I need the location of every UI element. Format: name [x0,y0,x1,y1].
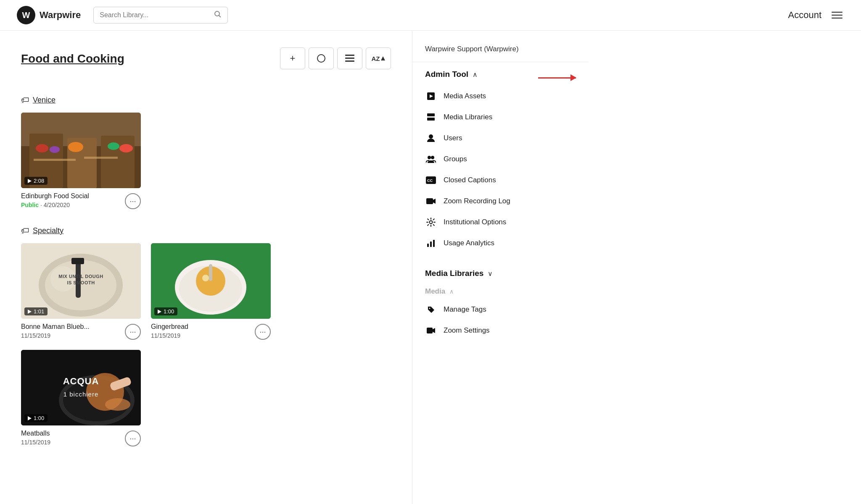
zoom-recording-label: Zoom Recording Log [444,197,510,205]
hamburger-menu[interactable] [830,10,844,20]
groups-label: Groups [444,155,467,163]
sidebar-item-media-assets[interactable]: Media Assets [425,86,576,107]
sidebar-item-zoom-settings[interactable]: Zoom Settings [425,320,576,341]
tag-venice-label[interactable]: Venice [33,96,55,105]
sidebar-item-zoom-recording[interactable]: Zoom Recording Log [425,191,576,212]
manage-tags-label: Manage Tags [444,305,486,314]
media-sub-title: Media [425,287,445,296]
list-view-button[interactable] [337,47,362,69]
video-thumb-bonne[interactable]: MIX UNTIL DOUGHIS SMOOTH 1:01 [21,243,141,319]
circle-button[interactable] [309,47,334,69]
duration-badge-meatballs: 1:00 [24,414,48,422]
svg-rect-23 [71,258,84,264]
svg-rect-17 [84,157,118,159]
video-icon [425,195,437,207]
media-libraries-title: Media Libraries [425,269,483,278]
video-card-gingerbread: 1:00 Gingerbread 11/15/2019 ··· [151,243,271,340]
search-bar [93,7,228,24]
svg-rect-45 [426,198,433,204]
video-thumb-meatballs[interactable]: ACQUA1 bicchiere 1:00 [21,350,141,425]
video-status-edinburgh: Public · 4/20/2020 [21,202,121,208]
video-info-gingerbread: Gingerbread 11/15/2019 ··· [151,323,271,340]
closed-captions-label: Closed Captions [444,176,496,184]
svg-rect-48 [427,244,429,247]
sidebar-item-groups[interactable]: Groups [425,149,576,170]
video-meta-edinburgh: Edinburgh Food Social Public · 4/20/2020 [21,192,121,208]
svg-marker-53 [433,328,435,333]
media-sub-header[interactable]: Media ∧ [425,287,576,296]
video-meta-gingerbread: Gingerbread 11/15/2019 [151,323,251,339]
cc-icon: CC [425,174,437,186]
svg-point-15 [119,144,133,152]
sidebar-item-closed-captions[interactable]: CC Closed Captions [425,170,576,191]
duration-badge-gingerbread: 1:00 [154,307,177,315]
overlay-dough: MIX UNTIL DOUGHIS SMOOTH [58,273,103,286]
layers-icon [425,111,437,123]
users-icon [425,153,437,165]
svg-marker-46 [433,199,436,204]
sidebar-item-media-libraries-menu[interactable]: Media Libraries [425,107,576,128]
media-libraries-header[interactable]: Media Libraries ∨ [425,269,576,278]
video-date-bonne: 11/15/2019 [21,332,121,339]
video-title-bonne: Bonne Maman Blueb... [21,323,121,331]
logo-link[interactable]: W Warpwire [17,6,81,24]
admin-tool-section: Admin Tool ∧ Media Assets [412,62,589,258]
svg-point-12 [50,146,60,153]
svg-rect-50 [433,240,435,247]
video-title-edinburgh: Edinburgh Food Social [21,192,121,200]
svg-point-13 [68,142,83,152]
video-meta-meatballs: Meatballs 11/15/2019 [21,430,121,446]
play-icon [425,90,437,102]
zoom-settings-label: Zoom Settings [444,326,490,335]
video-thumb-gingerbread[interactable]: 1:00 [151,243,271,319]
add-button[interactable]: + [280,47,305,69]
account-label[interactable]: Account [788,10,822,21]
play-icon [28,310,32,314]
svg-point-2 [317,55,325,62]
duration-badge-edinburgh: 2:08 [24,177,48,185]
main-layout: Food and Cooking + AZ [0,31,861,504]
video-title-meatballs: Meatballs [21,430,121,437]
admin-tool-title: Admin Tool [425,70,468,79]
svg-point-51 [429,308,430,309]
video-card-bonne: MIX UNTIL DOUGHIS SMOOTH 1:01 Bonne Mama… [21,243,141,340]
svg-rect-52 [427,328,433,333]
usage-analytics-label: Usage Analytics [444,239,494,247]
svg-point-40 [429,134,433,139]
more-button-meatballs[interactable]: ··· [125,430,141,446]
red-arrow [538,77,576,79]
video-date-meatballs: 11/15/2019 [21,439,121,446]
gear-icon [425,216,437,228]
sidebar-item-manage-tags[interactable]: Manage Tags [425,299,576,320]
more-button-gingerbread[interactable]: ··· [255,324,271,340]
sidebar-item-users[interactable]: Users [425,128,576,149]
toolbar: + AZ [280,47,391,69]
content-area: Food and Cooking + AZ [0,31,412,504]
page-title: Food and Cooking [21,52,124,66]
svg-point-0 [215,11,219,16]
play-icon [28,179,32,183]
overlay-acqua: ACQUA1 bicchiere [63,375,99,399]
header: W Warpwire Account [0,0,861,31]
svg-point-34 [105,398,130,411]
sidebar-item-usage-analytics[interactable]: Usage Analytics [425,233,576,254]
sidebar-support[interactable]: Warpwire Support (Warpwire) [412,39,589,62]
search-input[interactable] [100,11,210,19]
svg-point-41 [428,156,431,159]
svg-point-47 [430,221,433,224]
video-thumb-edinburgh[interactable]: 2:08 [21,113,141,188]
logo-name: Warpwire [40,10,81,21]
admin-tool-header[interactable]: Admin Tool ∧ [425,70,478,79]
header-right: Account [788,10,845,21]
tag-specialty-label[interactable]: Specialty [33,226,63,235]
sidebar-item-institutional-options[interactable]: Institutional Options [425,212,576,233]
sidebar: Warpwire Support (Warpwire) Admin Tool ∧ [412,31,589,504]
chevron-up-icon: ∧ [473,71,478,79]
sort-az-button[interactable]: AZ [366,47,391,69]
video-title-gingerbread: Gingerbread [151,323,251,331]
duration-badge-bonne: 1:01 [24,307,48,315]
more-button-edinburgh[interactable]: ··· [125,193,141,209]
svg-rect-49 [430,242,432,247]
more-button-bonne[interactable]: ··· [125,324,141,340]
svg-point-28 [202,275,209,281]
